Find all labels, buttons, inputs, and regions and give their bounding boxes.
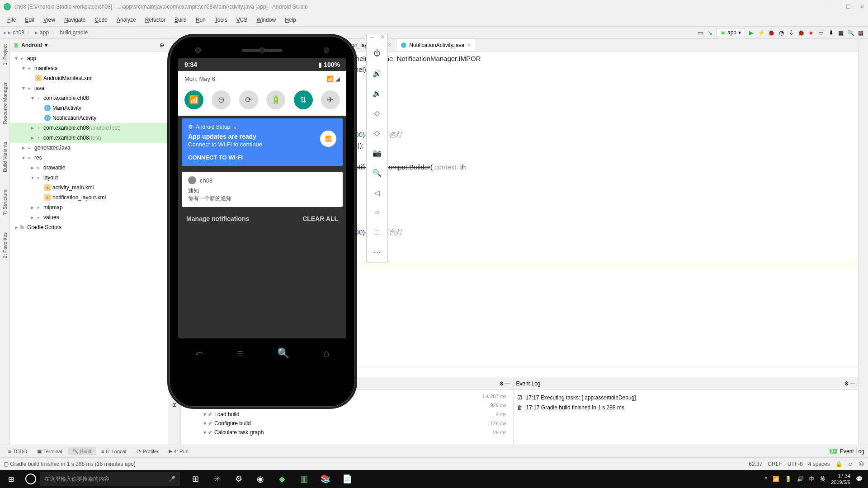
notification-card-app[interactable]: ch08 通知 你有一个新的通知 <box>182 172 343 207</box>
avd-manager-icon[interactable]: ▭ <box>817 29 825 36</box>
tree-node[interactable]: ▾▸res <box>10 153 168 163</box>
event-row[interactable]: ☑17:17 Executing tasks: [:app:assembleDe… <box>516 393 856 403</box>
run-button-bottom[interactable]: ▶ 4: Run <box>164 447 193 455</box>
battery-icon[interactable]: 🔋 <box>785 476 792 482</box>
tree-node[interactable]: xnotification_layout.xml <box>10 192 168 202</box>
chevron-down-icon[interactable]: ⌄ <box>233 124 237 130</box>
build-button[interactable]: 🔨 Build <box>68 447 96 455</box>
menu-file[interactable]: File <box>4 16 19 24</box>
event-log-button[interactable]: Event Log <box>840 448 864 455</box>
tool-tab----favorites[interactable]: 2: Favorites <box>1 230 9 260</box>
settings-icon[interactable]: ⚙ <box>232 473 245 485</box>
app-icon[interactable]: 📄 <box>341 473 354 485</box>
power-icon[interactable]: ⏻ <box>367 43 387 63</box>
tree-node[interactable]: ▾▸layout <box>10 173 168 183</box>
indent-setting[interactable]: 4 spaces <box>808 461 830 467</box>
tree-node[interactable]: xactivity_main.xml <box>10 183 168 192</box>
frown-icon[interactable]: ☹ <box>859 461 864 467</box>
tool-tab----project[interactable]: 1: Project <box>1 42 9 67</box>
minimize-icon[interactable]: — <box>505 380 510 387</box>
back-button[interactable]: ⤺ <box>195 347 203 359</box>
notif-action-button[interactable]: CONNECT TO WI-FI <box>188 154 336 161</box>
coverage-icon[interactable]: 🐞 <box>797 29 805 36</box>
back-icon[interactable]: ◁ <box>367 183 387 202</box>
clear-all-button[interactable]: CLEAR ALL <box>302 215 338 222</box>
recents-button[interactable]: ≡ <box>237 347 243 359</box>
terminal-button[interactable]: ▣ Terminal <box>33 447 67 455</box>
breadcrumb-item[interactable]: build.gradle <box>60 29 88 36</box>
more-icon[interactable]: ⋯ <box>367 242 387 262</box>
logcat-button[interactable]: ≡ 6: Logcat <box>97 448 131 455</box>
start-button[interactable]: ⊞ <box>0 470 22 488</box>
tool-tab-build-variants[interactable]: Build Variants <box>1 140 9 174</box>
ime-icon[interactable]: 英 <box>820 475 826 483</box>
chrome-icon[interactable]: ◉ <box>254 473 267 485</box>
breadcrumb-item[interactable]: ▸ ▸ ch08 <box>4 29 24 36</box>
tree-node[interactable]: ▸▸mipmap <box>10 202 168 212</box>
tree-node[interactable]: CNotificationActivity <box>10 113 168 123</box>
wifi-icon[interactable]: 📶 <box>773 476 779 482</box>
manage-notifications-button[interactable]: Manage notifications <box>186 215 249 222</box>
breadcrumb-item[interactable]: ▸ app <box>35 29 49 36</box>
tree-node[interactable]: CMainActivity <box>10 103 168 113</box>
menu-run[interactable]: Run <box>192 16 209 24</box>
home-icon[interactable]: ○ <box>367 202 387 222</box>
menu-build[interactable]: Build <box>171 16 190 24</box>
close-icon[interactable]: ✕ <box>467 42 471 48</box>
tool-tab----structure[interactable]: 7: Structure <box>1 188 9 217</box>
rotate-left-icon[interactable]: ◇ <box>367 103 387 123</box>
maximize-button[interactable]: ☐ <box>846 4 851 10</box>
menu-edit[interactable]: Edit <box>21 16 38 24</box>
close-button[interactable]: ✕ <box>860 4 864 10</box>
tree-node[interactable]: ▾▸manifests <box>10 63 168 73</box>
stop-button[interactable]: ■ <box>807 29 815 36</box>
file-encoding[interactable]: UTF-8 <box>788 461 803 467</box>
close-icon[interactable]: ✕ <box>387 42 392 48</box>
rotate-toggle[interactable]: ⟳ <box>239 90 258 109</box>
status-icon[interactable]: ▢ <box>4 461 9 467</box>
search-button[interactable]: 🔍 <box>277 347 289 359</box>
taskbar-clock[interactable]: 17:34 2019/5/6 <box>831 473 850 485</box>
rotate-right-icon[interactable]: ◇ <box>367 123 387 143</box>
help-icon[interactable]: ▤ <box>857 29 864 36</box>
menu-refactor[interactable]: Refactor <box>142 16 169 24</box>
line-separator[interactable]: CRLF <box>768 461 782 467</box>
cortana-icon[interactable] <box>25 474 36 484</box>
profiler-button[interactable]: ◔ Profiler <box>132 447 163 455</box>
volume-down-icon[interactable]: 🔉 <box>367 83 387 103</box>
todo-button[interactable]: ≡ TODO <box>4 448 32 455</box>
menu-navigate[interactable]: Navigate <box>61 16 89 24</box>
menu-analyze[interactable]: Analyze <box>113 16 140 24</box>
wechat-icon[interactable]: ✳ <box>211 473 223 485</box>
tree-node[interactable]: ▸▸generatedJava <box>10 143 168 153</box>
event-row[interactable]: 🗑17:17 Gradle build finished in 1 s 288 … <box>516 403 856 413</box>
close-button[interactable]: ✕ <box>377 34 387 43</box>
wifi-toggle[interactable]: 📶 <box>184 90 203 109</box>
collapse-icon[interactable]: ⊖ <box>160 42 164 48</box>
lock-icon[interactable]: 🔒 <box>835 461 842 467</box>
minimize-icon[interactable]: — <box>850 380 855 387</box>
tree-node[interactable]: ▸▪com.example.ch08 (test) <box>10 133 168 143</box>
dnd-toggle[interactable]: ⊖ <box>212 90 231 109</box>
tool-tab-resource-manager[interactable]: Resource Manager <box>1 80 9 127</box>
event-log-list[interactable]: ☑17:17 Executing tasks: [:app:assembleDe… <box>514 390 859 445</box>
tree-node[interactable]: ▸▸values <box>10 212 168 222</box>
editor-tab[interactable]: NotificationActivity.java✕ <box>396 39 476 51</box>
chevron-down-icon[interactable]: ▾ <box>45 42 47 48</box>
tree-node[interactable]: ▾▸java <box>10 83 168 93</box>
menu-window[interactable]: Window <box>253 16 279 24</box>
tree-node[interactable]: xAndroidManifest.xml <box>10 73 168 83</box>
search-icon[interactable]: 🔍 <box>847 29 854 36</box>
run-config-selector[interactable]: ▣ app ▾ <box>717 28 745 37</box>
project-view-selector[interactable]: Android <box>21 42 42 48</box>
android-studio-taskbar-icon[interactable]: ◆ <box>276 473 288 485</box>
menu-vcs[interactable]: VCS <box>233 16 251 24</box>
trash-icon[interactable]: 🗑 <box>517 404 523 411</box>
tree-node[interactable]: ▾▪com.example.ch08 <box>10 93 168 103</box>
volume-icon[interactable]: 🔊 <box>797 476 804 482</box>
check-icon[interactable]: ☑ <box>517 394 522 401</box>
overview-icon[interactable]: □ <box>367 222 387 242</box>
menu-help[interactable]: Help <box>281 16 300 24</box>
run-button[interactable]: ▶ <box>748 29 755 36</box>
minimize-button[interactable]: — <box>831 4 837 10</box>
